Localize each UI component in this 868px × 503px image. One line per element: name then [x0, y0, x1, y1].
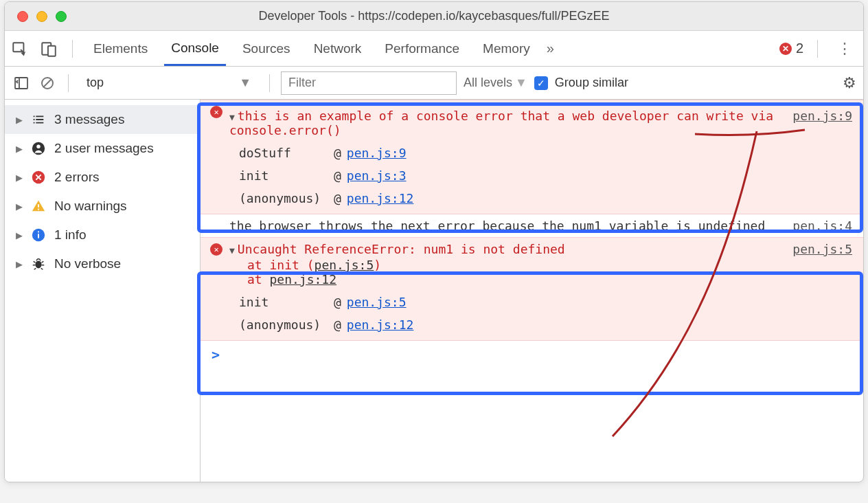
stack-trace: init @ pen.js:5 (anonymous) @ pen.js:12 — [239, 291, 852, 336]
tab-performance[interactable]: Performance — [378, 32, 466, 66]
source-link[interactable]: pen.js:12 — [270, 272, 337, 287]
error-message: Uncaught ReferenceError: num1 is not def… — [238, 242, 565, 256]
error-icon — [31, 170, 46, 185]
user-icon — [31, 141, 46, 156]
chevron-down-icon[interactable]: ▼ — [229, 112, 235, 122]
sidebar-item-label: No warnings — [54, 199, 127, 214]
source-link[interactable]: pen.js:9 — [792, 109, 852, 123]
console-output: ✕ pen.js:9 ▼this is an example of a cons… — [201, 100, 863, 482]
expander-icon: ▶ — [16, 144, 23, 154]
filter-input[interactable] — [281, 71, 457, 95]
log-levels-selector[interactable]: All levels ▼ — [464, 76, 527, 90]
error-message: this is an example of a console error th… — [229, 109, 773, 137]
source-link[interactable]: pen.js:12 — [347, 317, 414, 332]
sidebar-item-label: 3 messages — [54, 112, 124, 127]
settings-gear-icon[interactable]: ⚙ — [843, 74, 856, 92]
stack-frame: (anonymous) @ pen.js:12 — [239, 187, 852, 210]
svg-rect-11 — [38, 209, 39, 210]
divider — [72, 40, 73, 58]
stack-function: (anonymous) — [239, 317, 328, 332]
stack-frame: init @ pen.js:5 — [239, 291, 852, 313]
bug-icon — [31, 256, 46, 271]
sidebar-item-label: 2 user messages — [54, 141, 154, 156]
console-log-row[interactable]: pen.js:4 the browser throws the next err… — [201, 214, 863, 237]
error-badge-icon: ✕ — [210, 243, 222, 256]
topbar-error-indicator[interactable]: ✕ 2 — [779, 41, 803, 56]
console-main: ▶ 3 messages ▶ 2 user messages ▶ 2 error… — [5, 100, 863, 482]
expander-icon: ▶ — [16, 115, 23, 125]
svg-point-15 — [35, 260, 41, 268]
sidebar-toggle-icon[interactable] — [12, 74, 31, 93]
context-selector[interactable]: top ▼ — [80, 71, 258, 95]
stack-function: (anonymous) — [239, 191, 328, 205]
tabs-overflow-icon[interactable]: » — [547, 41, 554, 56]
svg-rect-2 — [48, 45, 56, 56]
console-error-row[interactable]: ✕ pen.js:5 ▼Uncaught ReferenceError: num… — [201, 237, 863, 341]
stack-frame: (anonymous) @ pen.js:12 — [239, 313, 852, 336]
sidebar-item-warnings[interactable]: ▶ No warnings — [5, 192, 200, 221]
device-toggle-icon[interactable] — [39, 39, 58, 58]
close-window-button[interactable] — [17, 11, 28, 22]
source-link[interactable]: pen.js:5 — [792, 242, 852, 256]
svg-rect-13 — [38, 234, 39, 238]
kebab-menu-icon[interactable]: ⋮ — [832, 40, 858, 58]
tab-sources[interactable]: Sources — [236, 32, 297, 66]
window-title: Developer Tools - https://codepen.io/kay… — [5, 9, 863, 23]
maximize-window-button[interactable] — [56, 11, 67, 22]
stack-function: doStuff — [239, 146, 328, 160]
svg-rect-10 — [38, 204, 39, 208]
warning-icon — [31, 199, 46, 214]
info-icon — [31, 227, 46, 243]
sidebar-item-verbose[interactable]: ▶ No verbose — [5, 249, 200, 278]
expander-icon: ▶ — [16, 230, 23, 241]
traffic-lights — [5, 11, 67, 22]
minimize-window-button[interactable] — [36, 11, 47, 22]
stack-function: init — [239, 295, 328, 309]
group-similar-checkbox[interactable]: ✓ — [534, 76, 548, 90]
chevron-down-icon[interactable]: ▼ — [229, 245, 235, 256]
divider — [68, 74, 69, 92]
stack-at: @ — [334, 191, 341, 205]
sidebar-item-label: 2 errors — [54, 170, 99, 185]
error-count: 2 — [796, 41, 803, 56]
group-similar-label: Group similar — [555, 76, 628, 90]
inspect-element-icon[interactable] — [10, 39, 30, 58]
divider — [269, 74, 270, 92]
sidebar-item-label: 1 info — [54, 227, 86, 243]
source-link[interactable]: pen.js:9 — [347, 146, 407, 160]
source-link[interactable]: pen.js:12 — [347, 191, 414, 205]
chevron-down-icon: ▼ — [239, 76, 251, 90]
sidebar-item-label: No verbose — [54, 256, 121, 271]
stack-frame: doStuff @ pen.js:9 — [239, 142, 852, 164]
tab-console[interactable]: Console — [164, 31, 226, 66]
sidebar-item-errors[interactable]: ▶ 2 errors — [5, 163, 200, 192]
stack-frame: init @ pen.js:3 — [239, 164, 852, 187]
divider — [817, 40, 818, 58]
stack-inline: at pen.js:12 — [247, 272, 852, 287]
source-link[interactable]: pen.js:3 — [347, 168, 407, 183]
source-link[interactable]: pen.js:5 — [315, 258, 374, 272]
sidebar-item-user-messages[interactable]: ▶ 2 user messages — [5, 134, 200, 163]
source-link[interactable]: pen.js:4 — [792, 219, 852, 233]
sidebar-item-messages[interactable]: ▶ 3 messages — [5, 105, 200, 134]
tab-network[interactable]: Network — [307, 32, 369, 66]
macos-titlebar: Developer Tools - https://codepen.io/kay… — [5, 2, 863, 31]
console-filterbar: top ▼ All levels ▼ ✓ Group similar ⚙ — [5, 67, 863, 100]
stack-at: @ — [334, 317, 341, 332]
console-prompt[interactable]: > — [201, 341, 863, 368]
stack-at: @ — [334, 295, 341, 309]
tab-elements[interactable]: Elements — [87, 32, 155, 66]
console-sidebar: ▶ 3 messages ▶ 2 user messages ▶ 2 error… — [5, 100, 201, 482]
log-message: the browser throws the next error becaus… — [229, 219, 765, 233]
stack-function: init — [239, 168, 328, 183]
context-value: top — [87, 76, 104, 90]
stack-at: @ — [334, 146, 341, 160]
expander-icon: ▶ — [16, 259, 23, 269]
list-icon — [31, 112, 46, 127]
source-link[interactable]: pen.js:5 — [347, 295, 407, 309]
devtools-window: Developer Tools - https://codepen.io/kay… — [4, 1, 864, 482]
console-error-row[interactable]: ✕ pen.js:9 ▼this is an example of a cons… — [201, 100, 863, 214]
sidebar-item-info[interactable]: ▶ 1 info — [5, 221, 200, 249]
tab-memory[interactable]: Memory — [476, 32, 537, 66]
clear-console-icon[interactable] — [38, 74, 57, 93]
